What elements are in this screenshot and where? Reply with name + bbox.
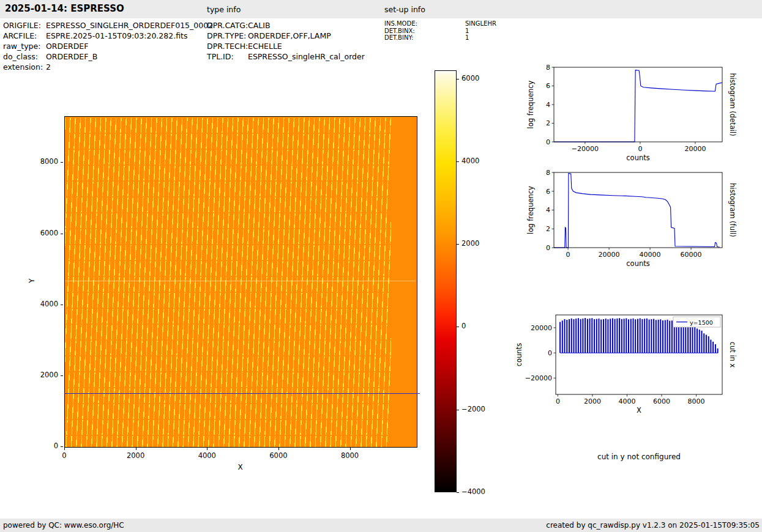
raw-frame-heatmap: [64, 116, 417, 448]
svg-text:log frequency: log frequency: [526, 80, 535, 128]
svg-text:counts: counts: [515, 343, 523, 366]
svg-text:6: 6: [546, 82, 550, 90]
svg-text:2000: 2000: [584, 397, 601, 405]
svg-text:40000: 40000: [640, 251, 661, 259]
info-label: DPR.TECH:: [207, 41, 248, 51]
cut-line: [64, 393, 420, 394]
colorbar-tickmark: [457, 79, 459, 79]
info-value: SINGLEHR: [465, 20, 496, 28]
svg-text:counts: counts: [626, 259, 649, 268]
y-tickmark: [61, 305, 63, 305]
colorbar-tick-label: −4000: [461, 487, 485, 496]
info-value: ORDERDEF,OFF,LAMP: [248, 31, 331, 41]
info-value: ESPRESSO_SINGLEHR_ORDERDEF015_0002: [46, 20, 213, 31]
footer-qc-link[interactable]: www.eso.org/HC: [64, 521, 124, 530]
file-info-column: ORIGFILE:ESPRESSO_SINGLEHR_ORDERDEF015_0…: [3, 20, 213, 72]
y-tick-label: 4000: [30, 300, 58, 308]
info-row-arcfile: ARCFILE:ESPRE.2025-01-15T09:03:20.282.fi…: [3, 31, 213, 41]
info-label: raw_type:: [3, 41, 46, 51]
svg-text:20000: 20000: [684, 145, 706, 153]
page-title: 2025-01-14: ESPRESSO: [5, 3, 124, 14]
svg-text:log frequency: log frequency: [526, 186, 535, 234]
info-row-doclass: do_class:ORDERDEF_B: [3, 51, 213, 62]
info-label: INS.MODE:: [384, 20, 465, 28]
svg-text:2: 2: [546, 119, 550, 127]
info-label: ARCFILE:: [3, 31, 46, 41]
info-value: ECHELLE: [248, 41, 282, 51]
info-value: 1: [465, 34, 469, 42]
info-row-tplid: TPL.ID:ESPRESSO_singleHR_cal_order: [207, 51, 365, 62]
header-bar: 2025-01-14: ESPRESSO type info set-up in…: [0, 0, 762, 18]
svg-text:0: 0: [556, 397, 560, 405]
colorbar-gradient: [435, 70, 457, 492]
y-tick-label: 6000: [30, 229, 58, 237]
footer-created-by: created by qc_rawdisp.py v1.2.3 on 2025-…: [546, 519, 760, 532]
info-row-extension: extension:2: [3, 62, 213, 72]
colorbar-tickmark: [457, 244, 459, 245]
x-tickmark: [278, 448, 279, 450]
info-label: DPR.TYPE:: [207, 31, 248, 41]
type-info-column: DPR.CATG:CALIB DPR.TYPE:ORDERDEF,OFF,LAM…: [207, 20, 365, 62]
y-tick-label: 8000: [30, 157, 58, 166]
detector-gap-line: [65, 281, 416, 281]
svg-text:0: 0: [546, 244, 550, 252]
colorbar-tickmark: [457, 327, 459, 327]
svg-text:0: 0: [548, 349, 552, 357]
x-tick-label: 6000: [263, 451, 294, 460]
info-value: ESPRE.2025-01-15T09:03:20.282.fits: [46, 31, 187, 41]
main-ylabel: Y: [28, 275, 36, 287]
svg-text:0: 0: [638, 145, 642, 153]
svg-text:4: 4: [546, 206, 550, 214]
qc-report-page: 2025-01-14: ESPRESSO type info set-up in…: [0, 0, 762, 532]
svg-text:−20000: −20000: [525, 374, 552, 382]
svg-text:4000: 4000: [618, 397, 635, 405]
cut-in-x-plot: 02000400060008000−20000020000Xcountscut …: [508, 309, 753, 420]
x-tickmark: [64, 448, 65, 450]
info-label: DPR.CATG:: [207, 20, 248, 31]
svg-text:0: 0: [566, 251, 570, 259]
info-row-dprtech: DPR.TECH:ECHELLE: [207, 41, 365, 51]
info-row-dprcatg: DPR.CATG:CALIB: [207, 20, 365, 31]
cut-in-y-note: cut in y not configured: [554, 453, 724, 461]
svg-text:60000: 60000: [681, 251, 702, 259]
x-tickmark: [207, 448, 207, 450]
info-label: DET.BINX:: [384, 28, 465, 35]
info-label: extension:: [3, 62, 46, 72]
x-tickmark: [350, 448, 351, 450]
info-row-detbinx: DET.BINX:1: [384, 28, 496, 35]
setup-info-column: INS.MODE:SINGLEHR DET.BINX:1 DET.BINY:1: [384, 20, 496, 42]
info-label: DET.BINY:: [384, 34, 465, 42]
x-tick-label: 4000: [192, 451, 222, 460]
info-row-detbiny: DET.BINY:1: [384, 34, 496, 42]
main-xlabel: X: [64, 463, 416, 471]
svg-text:y=1500: y=1500: [690, 319, 713, 326]
colorbar-tickmark: [457, 161, 459, 162]
info-value: ESPRESSO_singleHR_cal_order: [248, 51, 365, 62]
info-label: ORIGFILE:: [3, 20, 46, 31]
info-value: ORDERDEF: [46, 41, 88, 51]
footer-bar: powered by QC: www.eso.org/HC created by…: [0, 519, 762, 532]
svg-text:2: 2: [546, 225, 550, 233]
svg-text:−20000: −20000: [572, 145, 599, 153]
svg-text:counts: counts: [626, 153, 649, 162]
svg-text:8: 8: [546, 169, 550, 177]
footer-powered-by: powered by QC: www.eso.org/HC: [3, 519, 124, 532]
histogram-full-plot: 020000400006000002468countslog frequency…: [508, 166, 753, 273]
footer-powered-prefix: powered by QC:: [3, 521, 64, 530]
svg-text:6000: 6000: [653, 397, 670, 405]
y-tickmark: [61, 234, 63, 234]
svg-text:histogram (detail): histogram (detail): [728, 73, 737, 136]
info-value: 2: [46, 62, 51, 72]
x-tick-label: 0: [49, 451, 80, 460]
colorbar-tick-label: 0: [461, 322, 466, 330]
svg-text:4: 4: [546, 101, 550, 109]
info-row-insmode: INS.MODE:SINGLEHR: [384, 20, 496, 28]
svg-text:20000: 20000: [599, 251, 620, 259]
info-value: ORDERDEF_B: [46, 51, 97, 62]
info-label: TPL.ID:: [207, 51, 248, 62]
histogram-detail-plot: −2000002000002468countslog frequencyhist…: [508, 61, 753, 168]
type-info-heading: type info: [207, 5, 241, 14]
colorbar-tick-label: −2000: [461, 405, 485, 413]
x-tick-label: 2000: [121, 451, 151, 460]
svg-text:histogram (full): histogram (full): [728, 183, 737, 237]
